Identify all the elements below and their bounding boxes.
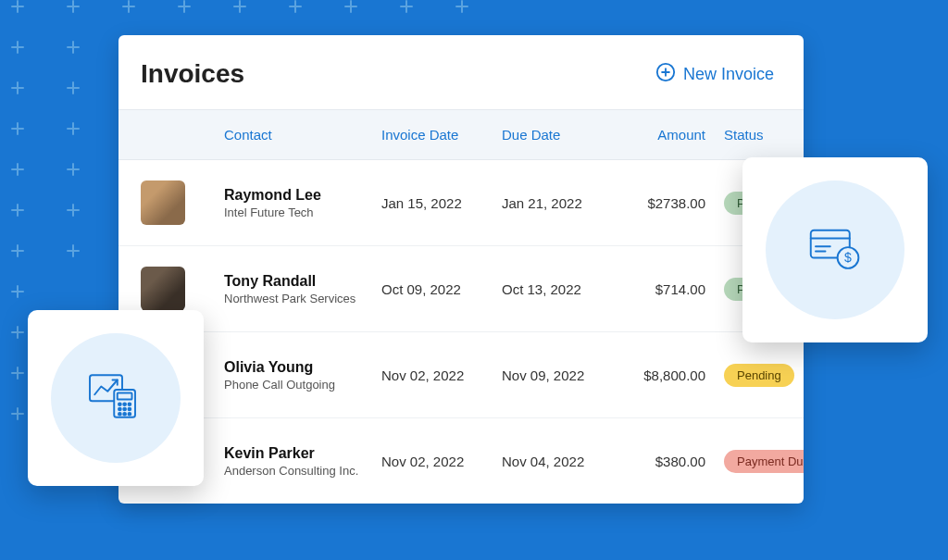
table-row[interactable]: Raymond Lee Intel Future Tech Jan 15, 20… <box>118 160 804 246</box>
plus-circle-icon <box>655 62 676 87</box>
svg-text:$: $ <box>844 250 852 265</box>
amount-cell: $8,800.00 <box>622 367 715 383</box>
due-date-cell: Nov 04, 2022 <box>502 454 622 469</box>
invoices-panel: Invoices New Invoice Contact Invoice Dat… <box>118 35 804 504</box>
svg-point-10 <box>123 408 126 411</box>
table-row[interactable]: Olivia Young Phone Call Outgoing Nov 02,… <box>118 332 804 418</box>
svg-point-8 <box>128 403 131 405</box>
new-invoice-label: New Invoice <box>683 65 774 84</box>
contact-cell: Raymond Lee Intel Future Tech <box>224 187 381 219</box>
status-cell: Pending <box>715 364 804 387</box>
avatar <box>141 180 185 225</box>
svg-point-9 <box>118 408 121 411</box>
table-row[interactable]: Tony Randall Northwest Park Services Oct… <box>118 246 804 332</box>
table-row[interactable]: Kevin Parker Anderson Consulting Inc. No… <box>118 418 804 504</box>
panel-header: Invoices New Invoice <box>118 35 804 109</box>
credit-card-dollar-icon: $ <box>803 220 867 280</box>
table-header: Contact Invoice Date Due Date Amount Sta… <box>118 109 804 160</box>
contact-name: Tony Randall <box>224 273 381 290</box>
contact-company: Intel Future Tech <box>224 205 381 219</box>
status-badge: Payment Due <box>724 450 804 473</box>
due-date-cell: Jan 21, 2022 <box>502 195 622 211</box>
amount-cell: $380.00 <box>622 454 715 469</box>
col-duedate[interactable]: Due Date <box>502 127 622 143</box>
col-contact[interactable]: Contact <box>224 127 381 143</box>
col-status[interactable]: Status <box>715 127 804 143</box>
contact-name: Raymond Lee <box>224 187 381 204</box>
contact-cell: Olivia Young Phone Call Outgoing <box>224 359 381 392</box>
icon-circle: $ <box>766 180 904 319</box>
contact-name: Kevin Parker <box>224 445 381 462</box>
icon-circle <box>51 333 181 463</box>
svg-point-13 <box>123 413 126 416</box>
invoice-date-cell: Nov 02, 2022 <box>381 367 502 383</box>
report-icon-card <box>28 310 204 486</box>
col-invoicedate[interactable]: Invoice Date <box>381 127 502 143</box>
contact-cell: Tony Randall Northwest Park Services <box>224 273 381 305</box>
status-badge: Pending <box>724 364 794 387</box>
contact-cell: Kevin Parker Anderson Consulting Inc. <box>224 445 381 478</box>
svg-point-12 <box>118 413 121 416</box>
invoice-date-cell: Oct 09, 2022 <box>381 281 502 297</box>
contact-company: Anderson Consulting Inc. <box>224 464 381 478</box>
payment-icon-card: $ <box>742 157 928 342</box>
svg-point-7 <box>123 403 126 405</box>
avatar <box>141 267 185 311</box>
col-amount[interactable]: Amount <box>622 127 715 143</box>
svg-point-14 <box>128 413 131 416</box>
amount-cell: $714.00 <box>622 281 715 297</box>
due-date-cell: Oct 13, 2022 <box>502 281 622 297</box>
amount-cell: $2738.00 <box>622 195 715 211</box>
page-title: Invoices <box>141 59 244 89</box>
contact-name: Olivia Young <box>224 359 381 376</box>
contact-company: Phone Call Outgoing <box>224 378 381 392</box>
due-date-cell: Nov 09, 2022 <box>502 367 622 383</box>
chart-calculator-icon <box>83 368 148 428</box>
status-cell: Payment Due <box>715 450 804 473</box>
invoice-date-cell: Jan 15, 2022 <box>381 195 502 211</box>
svg-point-6 <box>118 403 121 405</box>
contact-company: Northwest Park Services <box>224 292 381 305</box>
svg-point-11 <box>128 408 131 411</box>
invoice-date-cell: Nov 02, 2022 <box>381 454 502 469</box>
new-invoice-button[interactable]: New Invoice <box>655 62 774 87</box>
